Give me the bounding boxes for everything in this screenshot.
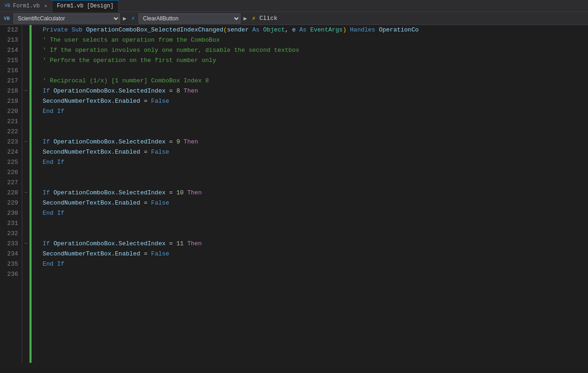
false-224: False xyxy=(151,147,169,157)
gutter-214 xyxy=(22,45,29,56)
tab-form1vb-close[interactable]: ✕ xyxy=(44,3,47,9)
code-line-219: SecondNumberTextBox.Enabled = False xyxy=(32,96,588,106)
indent-230a xyxy=(35,208,43,218)
ln-229: 229 xyxy=(4,198,18,208)
ln-228: 228 xyxy=(4,188,18,198)
paren-open-212: ( xyxy=(223,25,227,35)
kw-sub: Sub xyxy=(71,25,82,35)
indent-219a xyxy=(35,96,43,106)
arrow-icon: ▶ xyxy=(122,15,127,22)
indent-220a xyxy=(35,106,43,117)
gutter-225 xyxy=(22,157,29,168)
ln-225: 225 xyxy=(4,157,18,168)
event-label: Click xyxy=(259,15,278,22)
class-select[interactable]: ScientificCalculator xyxy=(13,13,120,24)
kw-private: Private xyxy=(43,25,68,35)
gutter-215 xyxy=(22,56,29,66)
assign-219: = xyxy=(144,96,147,106)
arrow2-icon: ▶ xyxy=(242,15,248,22)
indent-225a xyxy=(35,157,43,168)
indent-217a xyxy=(35,76,43,86)
ln-234: 234 xyxy=(4,249,18,259)
paren-close-212: ) xyxy=(343,25,347,35)
kw-if-230: If xyxy=(57,208,64,218)
indent-228a xyxy=(35,188,43,198)
ln-217: 217 xyxy=(4,76,18,86)
lhs-234: SecondNumberTextBox.Enabled xyxy=(43,249,140,259)
code-line-234: SecondNumberTextBox.Enabled = False xyxy=(32,249,588,259)
gutter-222 xyxy=(22,127,29,137)
lightning-icon: ⚡ xyxy=(250,14,257,22)
gutter-230 xyxy=(22,208,29,218)
gutter-236 xyxy=(22,269,29,280)
then-233: Then xyxy=(187,239,202,249)
indent-218a xyxy=(35,86,43,96)
tab-form1vb-label: Form1.vb xyxy=(13,3,40,9)
gutter-213 xyxy=(22,35,29,45)
indent-229a xyxy=(35,198,43,208)
tab-bar: VB Form1.vb ✕ Form1.vb [Design] xyxy=(0,0,588,12)
param-e: e xyxy=(292,25,296,35)
indent-214a xyxy=(35,45,43,56)
code-line-223: If OperationComboBox.SelectedIndex = 9 T… xyxy=(32,137,588,147)
tab-form1vb[interactable]: VB Form1.vb ✕ xyxy=(0,0,52,12)
ln-224: 224 xyxy=(4,147,18,157)
code-line-226 xyxy=(32,168,588,178)
kw-end-225: End xyxy=(43,157,53,168)
gutter-232 xyxy=(22,229,29,239)
gutter-218-collapse[interactable]: − xyxy=(22,86,29,96)
ln-216: 216 xyxy=(4,66,18,76)
code-line-216 xyxy=(32,66,588,76)
gutter-228-collapse[interactable]: − xyxy=(22,188,29,198)
kw-if-228: If xyxy=(43,188,50,198)
eq-223: = xyxy=(169,137,173,147)
code-line-222 xyxy=(32,127,588,137)
method-name-212: OperationComboBox_SelectedIndexChanged xyxy=(86,25,223,35)
code-line-221 xyxy=(32,117,588,127)
type-eventargs: EventArgs xyxy=(310,25,342,35)
indent-222a xyxy=(35,127,43,137)
lhs-219: SecondNumberTextBox.Enabled xyxy=(43,96,140,106)
num-10: 10 xyxy=(177,188,184,198)
kw-end-230: End xyxy=(43,208,53,218)
vb-badge: VB xyxy=(2,16,12,21)
num-9: 9 xyxy=(177,137,180,147)
comment-215: ' Perform the operation on the first num… xyxy=(43,56,216,66)
num-8: 8 xyxy=(177,86,180,96)
ln-215: 215 xyxy=(4,56,18,66)
kw-if-218: If xyxy=(43,86,50,96)
ln-222: 222 xyxy=(4,127,18,137)
code-line-214: ' If the operation involves only one num… xyxy=(32,45,588,56)
gutter-220 xyxy=(22,106,29,117)
comment-214: ' If the operation involves only one num… xyxy=(43,45,299,56)
tab-form1design[interactable]: Form1.vb [Design] xyxy=(52,0,119,12)
line-numbers: 212 213 214 215 216 217 218 219 220 221 … xyxy=(0,25,22,363)
kw-if-225: If xyxy=(57,157,64,168)
gutter-229 xyxy=(22,198,29,208)
comment-213: ' The user selects an operation from the… xyxy=(43,35,220,45)
kw-as-1: As xyxy=(253,25,260,35)
code-content: Private Sub OperationComboBox_SelectedIn… xyxy=(32,25,588,363)
indent-232a xyxy=(35,229,43,239)
editor: 212 213 214 215 216 217 218 219 220 221 … xyxy=(0,25,588,363)
code-line-235: End If xyxy=(32,259,588,269)
gutter-223-collapse[interactable]: − xyxy=(22,137,29,147)
code-line-217: ' Reciprocal (1/x) [1 number] ComboBox I… xyxy=(32,76,588,86)
kw-if-223: If xyxy=(43,137,50,147)
gutter-221 xyxy=(22,117,29,127)
method-select[interactable]: ClearAllButton xyxy=(139,13,240,24)
code-line-228: If OperationComboBox.SelectedIndex = 10 … xyxy=(32,188,588,198)
ln-227: 227 xyxy=(4,178,18,188)
ln-223: 223 xyxy=(4,137,18,147)
assign-229: = xyxy=(144,198,147,208)
ln-213: 213 xyxy=(4,35,18,45)
eq-233: = xyxy=(169,239,173,249)
code-line-232 xyxy=(32,229,588,239)
false-229: False xyxy=(151,198,169,208)
comment-217: ' Reciprocal (1/x) [1 number] ComboBox I… xyxy=(43,76,209,86)
gutter-216 xyxy=(22,66,29,76)
gutter-231 xyxy=(22,218,29,229)
gutter-233-collapse[interactable]: − xyxy=(22,239,29,249)
cond-228: OperationComboBox.SelectedIndex xyxy=(53,188,165,198)
param-sender: sender xyxy=(227,25,249,35)
